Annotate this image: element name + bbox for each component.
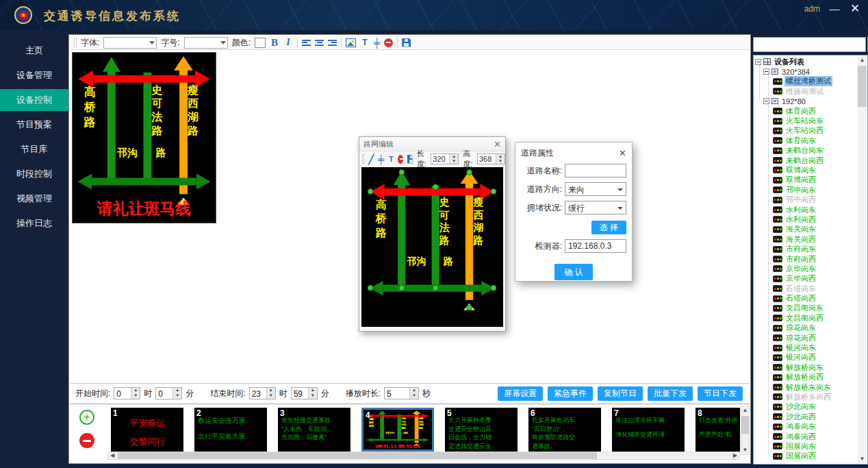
tree-group-192*80[interactable]: 192*80 (755, 97, 857, 106)
remove-program-button[interactable] (79, 433, 94, 448)
scroll-left-icon[interactable]: ◀ (108, 452, 116, 459)
road-direction-select[interactable]: 来向 (565, 182, 626, 196)
tree-device-维扬岗测试[interactable]: 维扬岗测试 (755, 86, 857, 96)
tree-device-海关岗东[interactable]: 海关岗东 (755, 225, 857, 234)
sidebar-item-设备控制[interactable]: 设备控制 (0, 89, 68, 111)
start-minute-value[interactable]: 0 (156, 388, 173, 399)
tree-device-银河岗西[interactable]: 银河岗西 (755, 353, 857, 362)
scroll-track[interactable] (116, 452, 731, 459)
tree-device-来鹤台岗东[interactable]: 来鹤台岗东 (755, 146, 857, 156)
tree-device-螺丝湾桥测试[interactable]: 螺丝湾桥测试 (755, 77, 857, 86)
batch-send-button[interactable]: 批量下发 (648, 386, 693, 401)
program-thumbnail-4[interactable]: 4高桥路史可法路瘦西湖路邗沟路请礼让斑马线 (361, 408, 434, 452)
save-button[interactable] (402, 38, 411, 47)
tree-device-来鹤台岗西[interactable]: 来鹤台岗西 (755, 156, 857, 165)
tree-root[interactable]: 设备列表 (755, 57, 857, 66)
align-left-button[interactable] (302, 39, 311, 47)
scroll-right-icon[interactable]: ▶ (731, 452, 739, 459)
align-right-button[interactable] (328, 39, 337, 47)
scroll-down-icon[interactable]: ▼ (858, 455, 867, 463)
copy-program-button[interactable]: 复制节目 (598, 386, 643, 401)
tree-device-火车站岗西[interactable]: 火车站岗西 (755, 126, 857, 136)
edit-handle[interactable] (399, 285, 405, 291)
scroll-thumb[interactable] (741, 416, 749, 434)
tree-expander-icon[interactable] (763, 98, 769, 104)
edit-handle[interactable] (433, 184, 438, 190)
tree-device-京华岗西[interactable]: 京华岗西 (755, 274, 857, 284)
color-swatch[interactable] (255, 38, 266, 48)
line-tool-button[interactable]: ╱ (368, 154, 374, 164)
tree-expander-icon[interactable] (755, 59, 761, 65)
start-hour-value[interactable]: 0 (114, 388, 131, 399)
emergency-event-button[interactable]: 紧急事件 (548, 386, 593, 401)
start-minute-stepper[interactable]: 0 ▲▼ (155, 387, 182, 399)
tree-device-沙北岗西[interactable]: 沙北岗西 (755, 412, 857, 421)
text-tool-button[interactable]: T (360, 38, 370, 47)
tree-device-解放桥岗西[interactable]: 解放桥岗西 (755, 373, 857, 382)
height-value[interactable]: 368 (478, 154, 496, 164)
edit-handle[interactable] (368, 189, 373, 195)
step-down-icon[interactable]: ▼ (267, 393, 275, 399)
tree-device-体育岗东[interactable]: 体育岗东 (755, 136, 857, 145)
program-thumbnail-7[interactable]: 7依法治理非标车辆净化城市交通环境 (612, 408, 685, 452)
edit-handle[interactable] (491, 189, 496, 195)
congestion-select[interactable]: 缓行 (565, 201, 626, 214)
step-up-icon[interactable]: ▲ (496, 154, 505, 159)
tree-device-双博岗西[interactable]: 双博岗西 (755, 175, 857, 185)
tree-device-邗中岗西[interactable]: 邗中岗西 (755, 195, 857, 204)
tree-device-解放桥东岗西[interactable]: 解放桥东岗西 (755, 392, 857, 402)
scroll-thumb[interactable] (118, 452, 597, 459)
vertical-scrollbar[interactable]: ▲ ▼ (741, 406, 750, 455)
end-hour-value[interactable]: 23 (250, 388, 266, 399)
font-family-dropdown[interactable] (103, 37, 157, 49)
select-button[interactable]: 选 择 (591, 221, 626, 234)
screen-settings-button[interactable]: 屏幕设置 (498, 386, 543, 401)
step-up-icon[interactable]: ▲ (267, 388, 275, 393)
horizontal-scrollbar[interactable]: ◀ ▶ (107, 452, 740, 460)
program-thumbnail-2[interactable]: 2春运安全连万家出行平安靠大家 (194, 408, 267, 452)
step-down-icon[interactable]: ▼ (309, 393, 317, 399)
tree-device-京华岗东[interactable]: 京华岗东 (755, 264, 857, 273)
delete-button[interactable] (384, 38, 393, 47)
close-button[interactable]: ✕ (847, 1, 863, 16)
tree-scrollbar[interactable]: ▲ ▼ (858, 56, 867, 463)
tree-device-邗中岗东[interactable]: 邗中岗东 (755, 185, 857, 195)
program-thumbnail-1[interactable]: 1平安春运交警同行 (111, 408, 183, 452)
tree-device-文昌阁岗东[interactable]: 文昌阁岗东 (755, 304, 857, 313)
program-thumbnail-8[interactable]: 8打击改装“炸街严查严处“机 (695, 408, 740, 452)
end-minute-stepper[interactable]: 59 ▲▼ (291, 387, 318, 399)
end-hour-stepper[interactable]: 23 ▲▼ (249, 387, 276, 399)
sidebar-item-主页[interactable]: 主页 (0, 40, 68, 62)
toolbar-grip[interactable] (74, 38, 77, 47)
tree-device-银河岗东[interactable]: 银河岗东 (755, 343, 857, 352)
step-down-icon[interactable]: ▼ (131, 393, 140, 399)
tree-device-国展岗东[interactable]: 国展岗东 (755, 441, 857, 451)
road-network-edit-canvas[interactable]: 高桥路史可法路瘦西湖路邗沟路 (361, 167, 503, 327)
insert-image-button[interactable] (346, 38, 356, 47)
bold-button[interactable]: B (270, 37, 279, 49)
font-size-dropdown[interactable] (184, 37, 228, 49)
add-program-button[interactable]: + (79, 410, 94, 425)
logged-in-user[interactable]: adm (804, 4, 820, 14)
close-icon[interactable]: ✕ (619, 148, 626, 158)
tree-device-琼花岗西[interactable]: 琼花岗西 (755, 333, 857, 343)
scroll-track[interactable] (858, 64, 867, 455)
tree-device-石塔岗西[interactable]: 石塔岗西 (755, 293, 857, 303)
tree-device-文昌阁岗西[interactable]: 文昌阁岗西 (755, 313, 857, 323)
tree-device-火车站岗东[interactable]: 火车站岗东 (755, 116, 857, 125)
italic-button[interactable]: I (283, 37, 293, 48)
road-sign-graphic[interactable]: 高桥路史可法路瘦西湖路邗沟路 (361, 167, 503, 327)
scroll-track[interactable] (741, 415, 749, 446)
sidebar-item-设备管理[interactable]: 设备管理 (0, 64, 68, 86)
edit-handle[interactable] (368, 285, 373, 291)
height-stepper[interactable]: 368 ▲▼ (477, 153, 505, 164)
tree-device-解放桥岗东[interactable]: 解放桥岗东 (755, 362, 857, 372)
road-name-field[interactable] (565, 164, 626, 177)
toolbar-grip[interactable] (362, 154, 364, 164)
tree-device-双博岗东[interactable]: 双博岗东 (755, 165, 857, 175)
tree-device-市府岗东[interactable]: 市府岗东 (755, 244, 857, 254)
step-up-icon[interactable]: ▲ (173, 388, 181, 393)
edit-handle[interactable] (491, 285, 496, 291)
step-up-icon[interactable]: ▲ (309, 388, 317, 393)
tree-device-解放桥东岗东[interactable]: 解放桥东岗东 (755, 382, 857, 392)
